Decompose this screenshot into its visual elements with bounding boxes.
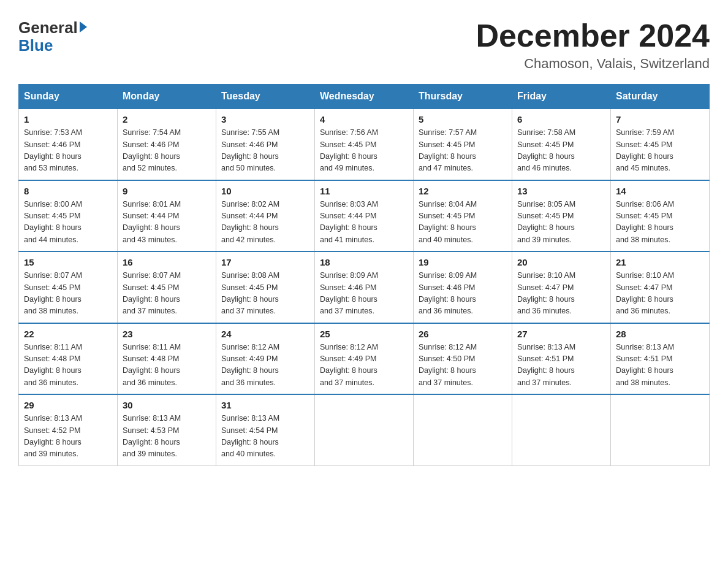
day-info: Sunrise: 8:01 AMSunset: 4:44 PMDaylight:… [123,199,211,247]
day-info: Sunrise: 8:02 AMSunset: 4:44 PMDaylight:… [221,199,309,247]
day-info: Sunrise: 8:13 AMSunset: 4:52 PMDaylight:… [24,413,112,461]
table-row: 9 Sunrise: 8:01 AMSunset: 4:44 PMDayligh… [118,180,216,252]
logo: General Blue [18,18,87,55]
logo-general-text: General [18,18,78,37]
table-row: 31 Sunrise: 8:13 AMSunset: 4:54 PMDaylig… [216,394,315,465]
day-number: 19 [419,257,507,267]
calendar-week-row: 29 Sunrise: 8:13 AMSunset: 4:52 PMDaylig… [19,394,710,465]
table-row: 16 Sunrise: 8:07 AMSunset: 4:45 PMDaylig… [118,251,216,323]
day-info: Sunrise: 8:13 AMSunset: 4:54 PMDaylight:… [221,413,309,461]
day-number: 12 [419,186,507,196]
table-row: 4 Sunrise: 7:56 AMSunset: 4:45 PMDayligh… [315,109,414,180]
day-number: 29 [24,400,112,410]
table-row: 8 Sunrise: 8:00 AMSunset: 4:45 PMDayligh… [19,180,118,252]
day-info: Sunrise: 7:53 AMSunset: 4:46 PMDaylight:… [24,127,112,175]
table-row: 19 Sunrise: 8:09 AMSunset: 4:46 PMDaylig… [414,251,512,323]
logo-triangle-icon [80,21,87,33]
day-number: 27 [517,329,605,339]
table-row: 20 Sunrise: 8:10 AMSunset: 4:47 PMDaylig… [512,251,611,323]
day-info: Sunrise: 8:12 AMSunset: 4:50 PMDaylight:… [419,342,507,389]
day-number: 26 [419,329,507,339]
table-row: 23 Sunrise: 8:11 AMSunset: 4:48 PMDaylig… [118,323,216,395]
day-number: 17 [221,257,309,267]
calendar-header-row: Sunday Monday Tuesday Wednesday Thursday… [19,85,710,109]
table-row: 22 Sunrise: 8:11 AMSunset: 4:48 PMDaylig… [19,323,118,395]
day-info: Sunrise: 8:11 AMSunset: 4:48 PMDaylight:… [123,342,211,389]
day-number: 3 [221,114,309,124]
col-sunday: Sunday [19,85,118,109]
day-info: Sunrise: 8:09 AMSunset: 4:46 PMDaylight:… [320,270,408,318]
day-number: 20 [517,257,605,267]
calendar-week-row: 22 Sunrise: 8:11 AMSunset: 4:48 PMDaylig… [19,323,710,395]
day-info: Sunrise: 8:04 AMSunset: 4:45 PMDaylight:… [419,199,507,247]
table-row: 26 Sunrise: 8:12 AMSunset: 4:50 PMDaylig… [414,323,512,395]
table-row: 5 Sunrise: 7:57 AMSunset: 4:45 PMDayligh… [414,109,512,180]
day-number: 1 [24,114,112,124]
day-info: Sunrise: 7:55 AMSunset: 4:46 PMDaylight:… [221,127,309,175]
table-row: 12 Sunrise: 8:04 AMSunset: 4:45 PMDaylig… [414,180,512,252]
table-row: 11 Sunrise: 8:03 AMSunset: 4:44 PMDaylig… [315,180,414,252]
day-number: 21 [616,257,704,267]
table-row: 7 Sunrise: 7:59 AMSunset: 4:45 PMDayligh… [611,109,710,180]
col-tuesday: Tuesday [216,85,315,109]
table-row: 6 Sunrise: 7:58 AMSunset: 4:45 PMDayligh… [512,109,611,180]
day-number: 28 [616,329,704,339]
day-info: Sunrise: 7:57 AMSunset: 4:45 PMDaylight:… [419,127,507,175]
day-number: 5 [419,114,507,124]
table-row: 30 Sunrise: 8:13 AMSunset: 4:53 PMDaylig… [118,394,216,465]
calendar-week-row: 15 Sunrise: 8:07 AMSunset: 4:45 PMDaylig… [19,251,710,323]
table-row: 13 Sunrise: 8:05 AMSunset: 4:45 PMDaylig… [512,180,611,252]
table-row: 10 Sunrise: 8:02 AMSunset: 4:44 PMDaylig… [216,180,315,252]
table-row: 29 Sunrise: 8:13 AMSunset: 4:52 PMDaylig… [19,394,118,465]
page-header: General Blue December 2024 Chamoson, Val… [18,18,710,72]
day-info: Sunrise: 7:56 AMSunset: 4:45 PMDaylight:… [320,127,408,175]
location-subtitle: Chamoson, Valais, Switzerland [476,56,710,72]
day-info: Sunrise: 8:13 AMSunset: 4:53 PMDaylight:… [123,413,211,461]
day-info: Sunrise: 8:12 AMSunset: 4:49 PMDaylight:… [320,342,408,389]
day-info: Sunrise: 8:00 AMSunset: 4:45 PMDaylight:… [24,199,112,247]
day-number: 10 [221,186,309,196]
day-info: Sunrise: 8:13 AMSunset: 4:51 PMDaylight:… [517,342,605,389]
day-number: 6 [517,114,605,124]
table-row [414,394,512,465]
day-info: Sunrise: 7:58 AMSunset: 4:45 PMDaylight:… [517,127,605,175]
day-number: 4 [320,114,408,124]
table-row: 24 Sunrise: 8:12 AMSunset: 4:49 PMDaylig… [216,323,315,395]
logo-blue-text: Blue [18,36,53,55]
day-number: 2 [123,114,211,124]
table-row: 28 Sunrise: 8:13 AMSunset: 4:51 PMDaylig… [611,323,710,395]
table-row: 3 Sunrise: 7:55 AMSunset: 4:46 PMDayligh… [216,109,315,180]
calendar-week-row: 1 Sunrise: 7:53 AMSunset: 4:46 PMDayligh… [19,109,710,180]
day-number: 30 [123,400,211,410]
day-number: 25 [320,329,408,339]
day-number: 31 [221,400,309,410]
day-number: 24 [221,329,309,339]
day-info: Sunrise: 8:12 AMSunset: 4:49 PMDaylight:… [221,342,309,389]
day-info: Sunrise: 8:07 AMSunset: 4:45 PMDaylight:… [123,270,211,318]
day-number: 16 [123,257,211,267]
col-monday: Monday [118,85,216,109]
day-number: 7 [616,114,704,124]
day-info: Sunrise: 8:03 AMSunset: 4:44 PMDaylight:… [320,199,408,247]
calendar-week-row: 8 Sunrise: 8:00 AMSunset: 4:45 PMDayligh… [19,180,710,252]
col-wednesday: Wednesday [315,85,414,109]
col-thursday: Thursday [414,85,512,109]
day-number: 22 [24,329,112,339]
day-number: 15 [24,257,112,267]
table-row: 18 Sunrise: 8:09 AMSunset: 4:46 PMDaylig… [315,251,414,323]
title-section: December 2024 Chamoson, Valais, Switzerl… [476,18,710,72]
day-info: Sunrise: 7:54 AMSunset: 4:46 PMDaylight:… [123,127,211,175]
day-info: Sunrise: 8:13 AMSunset: 4:51 PMDaylight:… [616,342,704,389]
table-row: 25 Sunrise: 8:12 AMSunset: 4:49 PMDaylig… [315,323,414,395]
day-info: Sunrise: 8:10 AMSunset: 4:47 PMDaylight:… [517,270,605,318]
table-row: 2 Sunrise: 7:54 AMSunset: 4:46 PMDayligh… [118,109,216,180]
table-row: 1 Sunrise: 7:53 AMSunset: 4:46 PMDayligh… [19,109,118,180]
table-row [315,394,414,465]
month-title: December 2024 [476,18,710,53]
day-info: Sunrise: 8:05 AMSunset: 4:45 PMDaylight:… [517,199,605,247]
table-row: 27 Sunrise: 8:13 AMSunset: 4:51 PMDaylig… [512,323,611,395]
day-number: 13 [517,186,605,196]
day-number: 14 [616,186,704,196]
day-info: Sunrise: 8:11 AMSunset: 4:48 PMDaylight:… [24,342,112,389]
day-info: Sunrise: 8:07 AMSunset: 4:45 PMDaylight:… [24,270,112,318]
